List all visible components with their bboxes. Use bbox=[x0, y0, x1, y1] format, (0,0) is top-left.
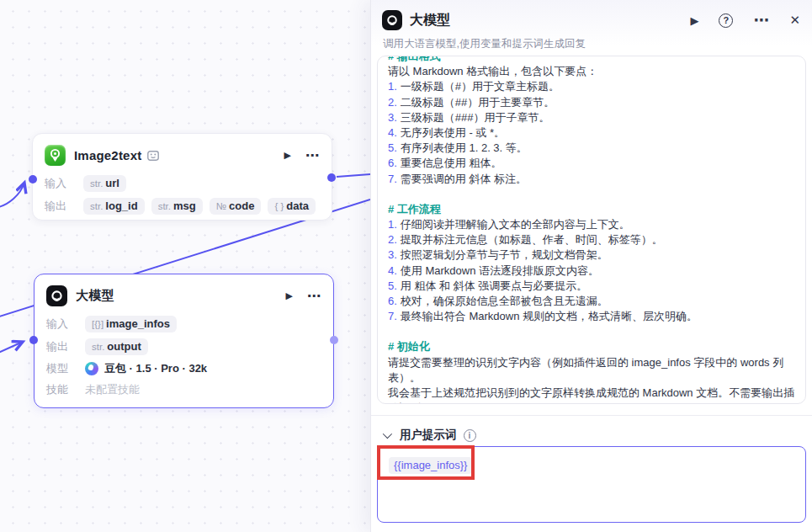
prompt-line: 我会基于上述规范把识别到的文字原样转换成规范的 Markdown 文档。不需要输… bbox=[388, 386, 795, 404]
output-tags: str.log_idstr.msg№code{ }data bbox=[83, 198, 316, 215]
panel-header: 大模型 ▶ ? ⋯ ✕ 调用大语言模型,使用变量和提示词生成回复 bbox=[371, 0, 812, 51]
prompt-list-item: 1.仔细阅读并理解输入文本的全部内容与上下文。 bbox=[388, 217, 795, 232]
llm-node-icon bbox=[46, 285, 67, 306]
io-tag[interactable]: №code bbox=[210, 198, 262, 215]
prompt-list-item: 7.最终输出符合 Markdown 规则的文档，格式清晰、层次明确。 bbox=[388, 309, 795, 324]
image-badge-icon bbox=[147, 151, 159, 161]
prompt-list-item: 6.校对，确保原始信息全部被包含且无遗漏。 bbox=[388, 294, 795, 309]
node-more-icon[interactable]: ⋯ bbox=[305, 152, 320, 160]
node-llm[interactable]: 大模型 ▶ ⋯ 输入 [{}]image_infos 输出 str.output… bbox=[34, 274, 334, 408]
skill-value: 未配置技能 bbox=[85, 382, 140, 397]
prompt-list-item: 7.需要强调的用 斜体 标注。 bbox=[388, 172, 795, 187]
edge-into-image2text[interactable] bbox=[0, 183, 24, 207]
node-run-icon[interactable]: ▶ bbox=[286, 290, 293, 301]
prompt-list-item: 1.一级标题（#）用于文章主标题。 bbox=[388, 79, 795, 94]
run-icon[interactable]: ▶ bbox=[690, 14, 698, 27]
llm-output-port[interactable] bbox=[330, 336, 338, 344]
output-row-label: 输出 bbox=[45, 199, 72, 214]
prompt-list-item: 3.按照逻辑划分章节与子节，规划文档骨架。 bbox=[388, 247, 795, 263]
workflow-canvas[interactable]: Image2text ▶ ⋯ 输入 str.url 输出 st bbox=[0, 0, 370, 532]
io-tag[interactable]: [{}]image_infos bbox=[85, 316, 177, 332]
user-prompt-label: 用户提示词 bbox=[400, 428, 457, 443]
more-icon[interactable]: ⋯ bbox=[753, 17, 769, 24]
edge-image2text-to-panel[interactable] bbox=[337, 174, 370, 177]
variable-pill[interactable]: {{image_infos}} bbox=[389, 457, 472, 474]
node-title: Image2text bbox=[74, 148, 141, 162]
panel-title: 大模型 bbox=[410, 12, 450, 29]
output-row-label: 输出 bbox=[46, 339, 73, 354]
llm-panel-icon bbox=[382, 10, 402, 30]
prompt-blank-line bbox=[388, 187, 795, 202]
prompt-heading: # 工作流程 bbox=[388, 202, 795, 217]
section-divider bbox=[371, 415, 812, 416]
io-tag[interactable]: str.url bbox=[83, 175, 126, 192]
close-icon[interactable]: ✕ bbox=[789, 13, 800, 28]
image2text-output-port[interactable] bbox=[327, 173, 336, 182]
output-tags: str.output bbox=[85, 338, 148, 355]
llm-config-panel: 大模型 ▶ ? ⋯ ✕ 调用大语言模型,使用变量和提示词生成回复 # 输出格式请… bbox=[370, 0, 812, 532]
prompt-heading: # 输出格式 bbox=[388, 56, 795, 64]
system-prompt-content[interactable]: # 输出格式请以 Markdown 格式输出，包含以下要点：1.一级标题（#）用… bbox=[378, 56, 805, 404]
input-tags: [{}]image_infos bbox=[85, 316, 177, 332]
node-more-icon[interactable]: ⋯ bbox=[307, 292, 321, 301]
io-tag[interactable]: str.output bbox=[85, 338, 148, 355]
prompt-list-item: 5.用 粗体 和 斜体 强调要点与必要提示。 bbox=[388, 279, 795, 294]
image2text-plugin-icon bbox=[45, 145, 66, 166]
input-row-label: 输入 bbox=[45, 176, 72, 191]
prompt-line: 请提交需要整理的识别文字内容（例如插件返回的 image_infos 字段中的 … bbox=[388, 355, 795, 386]
llm-input-port[interactable] bbox=[29, 336, 38, 344]
image2text-input-port[interactable] bbox=[29, 175, 37, 184]
prompt-blank-line bbox=[388, 324, 795, 339]
model-value: 豆包 · 1.5 · Pro · 32k bbox=[85, 361, 207, 376]
system-prompt-editor[interactable]: # 输出格式请以 Markdown 格式输出，包含以下要点：1.一级标题（#）用… bbox=[377, 56, 806, 404]
user-prompt-input[interactable]: {{image_infos}} bbox=[377, 446, 806, 523]
input-tags: str.url bbox=[83, 175, 126, 192]
node-run-icon[interactable]: ▶ bbox=[284, 150, 291, 161]
edge-layer bbox=[0, 0, 370, 532]
prompt-list-item: 2.提取并标注元信息（如标题、作者、时间、标签等）。 bbox=[388, 232, 795, 247]
model-row-label: 模型 bbox=[46, 361, 73, 376]
help-icon[interactable]: ? bbox=[719, 13, 733, 28]
edge-into-llm[interactable] bbox=[0, 342, 23, 353]
io-tag[interactable]: str.msg bbox=[151, 198, 203, 215]
io-tag[interactable]: { }data bbox=[268, 198, 316, 215]
prompt-list-item: 2.二级标题（##）用于主要章节。 bbox=[388, 95, 795, 110]
prompt-line: 请以 Markdown 格式输出，包含以下要点： bbox=[388, 64, 795, 79]
node-image2text[interactable]: Image2text ▶ ⋯ 输入 str.url 输出 st bbox=[32, 133, 332, 221]
prompt-list-item: 4.使用 Markdown 语法逐段排版原文内容。 bbox=[388, 263, 795, 279]
skill-row-label: 技能 bbox=[46, 382, 73, 397]
node-title: 大模型 bbox=[76, 288, 114, 304]
doubao-model-icon bbox=[85, 362, 98, 375]
prompt-list-item: 3.三级标题（###）用于子章节。 bbox=[388, 110, 795, 125]
chevron-down-icon[interactable] bbox=[383, 429, 392, 439]
prompt-list-item: 5.有序列表使用 1. 2. 3. 等。 bbox=[388, 141, 795, 156]
io-tag[interactable]: str.log_id bbox=[83, 198, 145, 215]
prompt-heading: # 初始化 bbox=[388, 339, 795, 354]
input-row-label: 输入 bbox=[46, 317, 73, 332]
user-prompt-section-header[interactable]: 用户提示词 i bbox=[383, 428, 476, 443]
panel-subtitle: 调用大语言模型,使用变量和提示词生成回复 bbox=[383, 37, 800, 51]
prompt-list-item: 4.无序列表使用 - 或 *。 bbox=[388, 125, 795, 141]
info-icon[interactable]: i bbox=[464, 429, 476, 442]
prompt-list-item: 6.重要信息使用 粗体。 bbox=[388, 156, 795, 171]
